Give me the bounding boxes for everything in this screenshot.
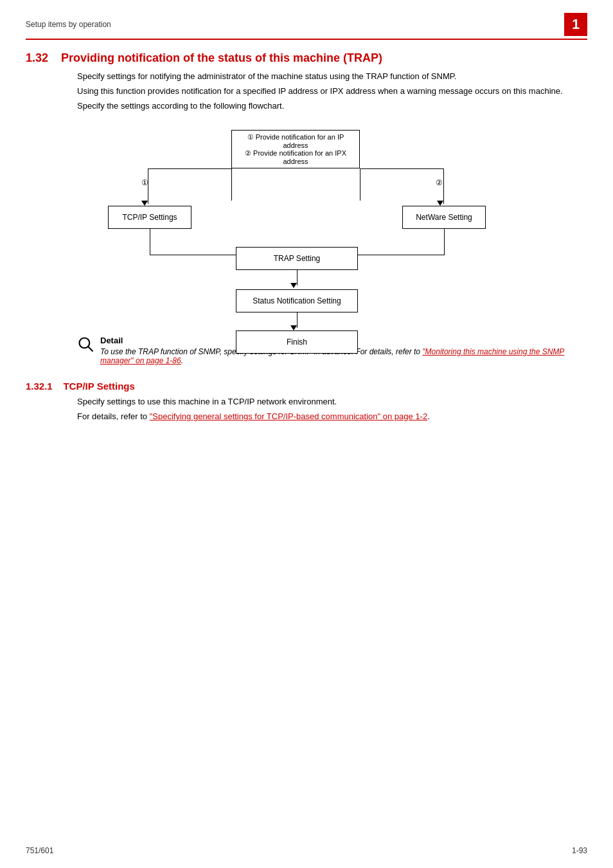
page: Setup items by operation 1 1.32 Providin… <box>0 0 613 868</box>
flowchart-top-box: ① Provide notification for an IP address… <box>231 130 360 168</box>
svg-line-1 <box>89 347 93 352</box>
section-132-para2: Using this function provides notificatio… <box>77 86 587 96</box>
section-1321-para2-after: . <box>427 411 430 421</box>
section-1321-title: 1.32.1 TCP/IP Settings <box>26 381 587 392</box>
section-1321-para1: Specify settings to use this machine in … <box>77 397 587 406</box>
section-132-number: 1.32 <box>26 51 48 64</box>
status-notification-box: Status Notification Setting <box>236 289 358 312</box>
section-132-title: 1.32 Providing notification of the statu… <box>26 51 587 65</box>
section-1321-para2-before: For details, refer to <box>77 411 150 421</box>
section-1321-number: 1.32.1 <box>26 381 53 392</box>
detail-icon <box>77 336 95 356</box>
footer: 751/601 1-93 <box>26 846 587 855</box>
line-status-down <box>297 312 298 328</box>
line-netware-down <box>444 229 445 255</box>
section-132-heading: Providing notification of the status of … <box>61 51 382 64</box>
section-132-para1: Specify settings for notifying the admin… <box>77 71 587 81</box>
svg-point-0 <box>80 338 90 348</box>
line-top-right-horiz <box>360 168 443 169</box>
footer-right: 1-93 <box>572 846 587 855</box>
line-tcpip-down <box>150 229 150 255</box>
detail-text-after: . <box>181 356 183 365</box>
line-right-vert <box>443 168 444 204</box>
section-1321: 1.32.1 TCP/IP Settings Specify settings … <box>26 381 587 421</box>
top-box-text: ① Provide notification for an IP address… <box>245 133 346 165</box>
tcpip-box: TCP/IP Settings <box>108 206 191 229</box>
line-trap-down <box>297 270 298 285</box>
top-bar: Setup items by operation 1 <box>26 13 587 40</box>
line-left-vert <box>148 168 148 204</box>
section-1321-heading: TCP/IP Settings <box>63 381 134 392</box>
trap-box: TRAP Setting <box>236 247 358 270</box>
line-top-left-vert <box>231 168 232 201</box>
line-top-left-horiz <box>148 168 232 169</box>
top-bar-label: Setup items by operation <box>26 20 111 29</box>
line-top-right-vert1 <box>360 168 360 201</box>
flowchart: ① Provide notification for an IP address… <box>77 123 536 323</box>
netware-box: NetWare Setting <box>402 206 486 229</box>
section-132-para3: Specify the settings according to the fo… <box>77 101 587 111</box>
finish-box: Finish <box>236 330 358 354</box>
footer-left: 751/601 <box>26 846 53 855</box>
section-1321-link[interactable]: "Specifying general settings for TCP/IP-… <box>150 411 427 421</box>
circle2-label: ② <box>436 178 443 187</box>
section-1321-para2: For details, refer to "Specifying genera… <box>77 411 587 421</box>
chapter-number: 1 <box>564 13 587 36</box>
